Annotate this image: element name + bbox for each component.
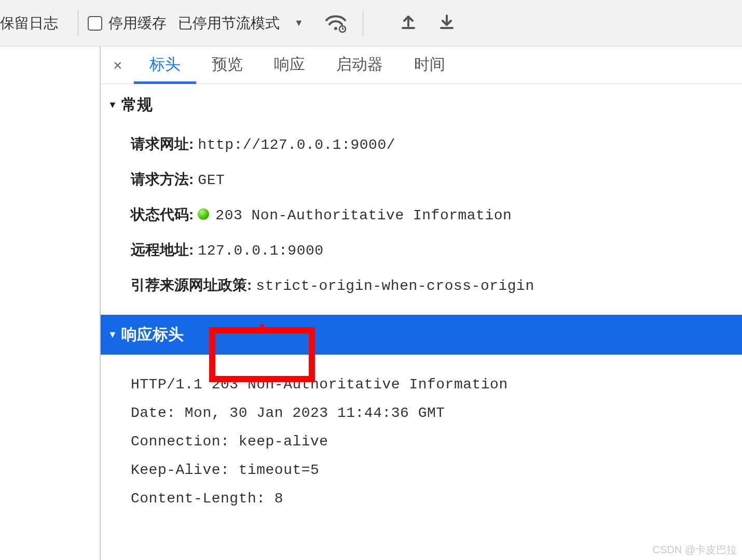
- row-remote-address: 远程地址: 127.0.0.1:9000: [131, 233, 742, 268]
- main-layout: × 标头 预览 响应 启动器 时间 ▼ 常规 请求网址: http://127.…: [0, 47, 742, 560]
- raw-header-line: HTTP/1.1 203 Non-Authoritative Informati…: [131, 370, 742, 399]
- watermark-text: CSDN @卡皮巴拉: [652, 543, 737, 557]
- val-remote-address: 127.0.0.1:9000: [198, 240, 323, 262]
- section-general-header[interactable]: ▼ 常规: [101, 84, 742, 125]
- key-remote-address: 远程地址:: [131, 239, 194, 261]
- status-dot-icon: [198, 208, 209, 220]
- checkbox-icon: [88, 16, 102, 31]
- raw-header-line: Connection: keep-alive: [131, 427, 742, 456]
- tab-initiator[interactable]: 启动器: [321, 47, 399, 84]
- close-icon[interactable]: ×: [110, 57, 134, 74]
- row-referrer-policy: 引荐来源网址政策: strict-origin-when-cross-origi…: [131, 268, 742, 303]
- headers-content: ▼ 常规 请求网址: http://127.0.0.1:9000/ 请求方法: …: [101, 84, 742, 560]
- disclosure-triangle-icon: ▼: [108, 329, 118, 340]
- preserve-log-label: 保留日志: [0, 13, 68, 33]
- key-request-url: 请求网址:: [131, 133, 194, 155]
- general-list: 请求网址: http://127.0.0.1:9000/ 请求方法: GET 状…: [101, 125, 742, 315]
- tab-headers[interactable]: 标头: [134, 47, 196, 84]
- throttling-label: 已停用节流模式: [178, 13, 280, 33]
- throttling-dropdown-caret-icon[interactable]: ▼: [294, 18, 304, 29]
- row-status-code: 状态代码: 203 Non-Authoritative Information: [131, 198, 742, 233]
- tab-response[interactable]: 响应: [258, 47, 321, 84]
- section-response-headers-title: 响应标头: [121, 324, 184, 345]
- val-status-code: 203 Non-Authoritative Information: [198, 205, 512, 227]
- details-tab-bar: × 标头 预览 响应 启动器 时间: [101, 47, 742, 84]
- row-request-url: 请求网址: http://127.0.0.1:9000/: [131, 127, 742, 162]
- key-request-method: 请求方法:: [131, 169, 194, 190]
- download-har-icon[interactable]: [438, 12, 456, 34]
- raw-header-line: Content-Length: 8: [131, 484, 742, 513]
- raw-header-line: Date: Mon, 30 Jan 2023 11:44:36 GMT: [131, 399, 742, 427]
- request-list-pane[interactable]: [0, 47, 101, 560]
- disable-cache-toggle[interactable]: 停用缓存: [88, 13, 167, 33]
- section-general-title: 常规: [121, 94, 153, 116]
- key-referrer-policy: 引荐来源网址政策:: [131, 274, 252, 296]
- val-request-url: http://127.0.0.1:9000/: [198, 134, 395, 156]
- tab-preview[interactable]: 预览: [196, 47, 258, 84]
- svg-point-0: [334, 27, 337, 30]
- toolbar-separator: [363, 10, 363, 36]
- section-response-headers-header[interactable]: ▼ 响应标头: [101, 315, 742, 355]
- disclosure-triangle-icon: ▼: [108, 100, 118, 110]
- network-toolbar: 保留日志 停用缓存 已停用节流模式 ▼: [0, 0, 742, 47]
- tab-timing[interactable]: 时间: [399, 47, 461, 84]
- network-conditions-icon[interactable]: [324, 13, 347, 34]
- disable-cache-label: 停用缓存: [108, 13, 167, 33]
- response-headers-list: HTTP/1.1 203 Non-Authoritative Informati…: [101, 355, 742, 513]
- details-pane: × 标头 预览 响应 启动器 时间 ▼ 常规 请求网址: http://127.…: [101, 47, 742, 560]
- toolbar-separator: [78, 10, 78, 36]
- key-status-code: 状态代码:: [131, 204, 194, 226]
- row-request-method: 请求方法: GET: [131, 162, 742, 198]
- raw-header-line: Keep-Alive: timeout=5: [131, 456, 742, 484]
- val-referrer-policy: strict-origin-when-cross-origin: [256, 275, 534, 297]
- upload-har-icon[interactable]: [400, 12, 417, 34]
- val-request-method: GET: [198, 170, 225, 191]
